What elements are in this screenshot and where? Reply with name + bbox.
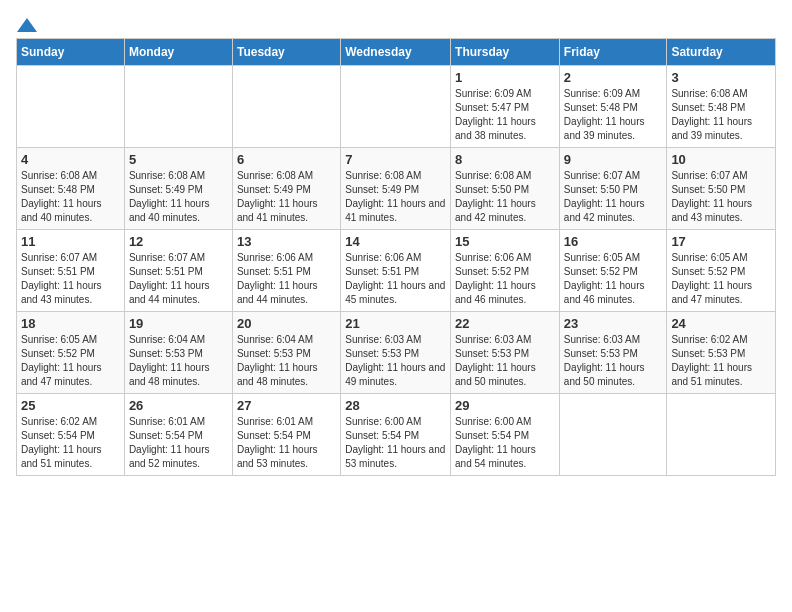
day-number: 21 [345,316,446,331]
day-info: Sunrise: 6:03 AMSunset: 5:53 PMDaylight:… [564,333,663,389]
day-number: 22 [455,316,555,331]
day-info: Sunrise: 6:09 AMSunset: 5:47 PMDaylight:… [455,87,555,143]
day-info: Sunrise: 6:04 AMSunset: 5:53 PMDaylight:… [237,333,336,389]
calendar-cell: 13Sunrise: 6:06 AMSunset: 5:51 PMDayligh… [232,230,340,312]
day-number: 26 [129,398,228,413]
column-header-friday: Friday [559,39,667,66]
day-info: Sunrise: 6:05 AMSunset: 5:52 PMDaylight:… [564,251,663,307]
day-info: Sunrise: 6:07 AMSunset: 5:51 PMDaylight:… [21,251,120,307]
day-info: Sunrise: 6:06 AMSunset: 5:52 PMDaylight:… [455,251,555,307]
calendar-cell: 15Sunrise: 6:06 AMSunset: 5:52 PMDayligh… [451,230,560,312]
day-number: 25 [21,398,120,413]
calendar-cell [124,66,232,148]
day-info: Sunrise: 6:01 AMSunset: 5:54 PMDaylight:… [237,415,336,471]
day-info: Sunrise: 6:08 AMSunset: 5:50 PMDaylight:… [455,169,555,225]
calendar-cell: 19Sunrise: 6:04 AMSunset: 5:53 PMDayligh… [124,312,232,394]
calendar-cell [232,66,340,148]
calendar-cell: 25Sunrise: 6:02 AMSunset: 5:54 PMDayligh… [17,394,125,476]
calendar-cell [559,394,667,476]
calendar-cell: 3Sunrise: 6:08 AMSunset: 5:48 PMDaylight… [667,66,776,148]
calendar-cell: 23Sunrise: 6:03 AMSunset: 5:53 PMDayligh… [559,312,667,394]
column-header-tuesday: Tuesday [232,39,340,66]
day-info: Sunrise: 6:09 AMSunset: 5:48 PMDaylight:… [564,87,663,143]
calendar-cell: 27Sunrise: 6:01 AMSunset: 5:54 PMDayligh… [232,394,340,476]
logo-icon [17,16,37,34]
column-header-sunday: Sunday [17,39,125,66]
day-info: Sunrise: 6:07 AMSunset: 5:51 PMDaylight:… [129,251,228,307]
calendar-cell: 11Sunrise: 6:07 AMSunset: 5:51 PMDayligh… [17,230,125,312]
calendar-cell: 1Sunrise: 6:09 AMSunset: 5:47 PMDaylight… [451,66,560,148]
day-number: 20 [237,316,336,331]
calendar-table: SundayMondayTuesdayWednesdayThursdayFrid… [16,38,776,476]
day-info: Sunrise: 6:00 AMSunset: 5:54 PMDaylight:… [345,415,446,471]
day-info: Sunrise: 6:08 AMSunset: 5:49 PMDaylight:… [345,169,446,225]
calendar-cell: 24Sunrise: 6:02 AMSunset: 5:53 PMDayligh… [667,312,776,394]
day-number: 16 [564,234,663,249]
calendar-cell: 7Sunrise: 6:08 AMSunset: 5:49 PMDaylight… [341,148,451,230]
day-info: Sunrise: 6:05 AMSunset: 5:52 PMDaylight:… [671,251,771,307]
day-info: Sunrise: 6:02 AMSunset: 5:53 PMDaylight:… [671,333,771,389]
calendar-cell: 8Sunrise: 6:08 AMSunset: 5:50 PMDaylight… [451,148,560,230]
day-number: 29 [455,398,555,413]
calendar-cell: 14Sunrise: 6:06 AMSunset: 5:51 PMDayligh… [341,230,451,312]
calendar-cell: 17Sunrise: 6:05 AMSunset: 5:52 PMDayligh… [667,230,776,312]
day-number: 12 [129,234,228,249]
calendar-cell: 6Sunrise: 6:08 AMSunset: 5:49 PMDaylight… [232,148,340,230]
calendar-cell: 21Sunrise: 6:03 AMSunset: 5:53 PMDayligh… [341,312,451,394]
calendar-cell: 12Sunrise: 6:07 AMSunset: 5:51 PMDayligh… [124,230,232,312]
day-number: 8 [455,152,555,167]
day-number: 28 [345,398,446,413]
day-number: 1 [455,70,555,85]
calendar-cell: 2Sunrise: 6:09 AMSunset: 5:48 PMDaylight… [559,66,667,148]
day-info: Sunrise: 6:06 AMSunset: 5:51 PMDaylight:… [345,251,446,307]
day-number: 13 [237,234,336,249]
calendar-cell [17,66,125,148]
day-number: 2 [564,70,663,85]
calendar-cell: 10Sunrise: 6:07 AMSunset: 5:50 PMDayligh… [667,148,776,230]
column-header-saturday: Saturday [667,39,776,66]
day-number: 7 [345,152,446,167]
column-header-monday: Monday [124,39,232,66]
day-number: 24 [671,316,771,331]
day-number: 4 [21,152,120,167]
day-info: Sunrise: 6:06 AMSunset: 5:51 PMDaylight:… [237,251,336,307]
day-number: 5 [129,152,228,167]
calendar-week-4: 18Sunrise: 6:05 AMSunset: 5:52 PMDayligh… [17,312,776,394]
day-number: 15 [455,234,555,249]
column-header-wednesday: Wednesday [341,39,451,66]
day-info: Sunrise: 6:08 AMSunset: 5:48 PMDaylight:… [21,169,120,225]
day-number: 18 [21,316,120,331]
day-info: Sunrise: 6:05 AMSunset: 5:52 PMDaylight:… [21,333,120,389]
calendar-week-1: 1Sunrise: 6:09 AMSunset: 5:47 PMDaylight… [17,66,776,148]
day-info: Sunrise: 6:02 AMSunset: 5:54 PMDaylight:… [21,415,120,471]
day-number: 10 [671,152,771,167]
calendar-header-row: SundayMondayTuesdayWednesdayThursdayFrid… [17,39,776,66]
day-info: Sunrise: 6:07 AMSunset: 5:50 PMDaylight:… [671,169,771,225]
day-info: Sunrise: 6:03 AMSunset: 5:53 PMDaylight:… [345,333,446,389]
calendar-cell: 16Sunrise: 6:05 AMSunset: 5:52 PMDayligh… [559,230,667,312]
day-info: Sunrise: 6:08 AMSunset: 5:48 PMDaylight:… [671,87,771,143]
calendar-week-2: 4Sunrise: 6:08 AMSunset: 5:48 PMDaylight… [17,148,776,230]
header [16,16,776,30]
calendar-cell: 18Sunrise: 6:05 AMSunset: 5:52 PMDayligh… [17,312,125,394]
day-number: 19 [129,316,228,331]
day-number: 17 [671,234,771,249]
calendar-cell: 20Sunrise: 6:04 AMSunset: 5:53 PMDayligh… [232,312,340,394]
svg-marker-0 [17,18,37,32]
day-number: 6 [237,152,336,167]
calendar-cell: 28Sunrise: 6:00 AMSunset: 5:54 PMDayligh… [341,394,451,476]
column-header-thursday: Thursday [451,39,560,66]
day-number: 3 [671,70,771,85]
day-info: Sunrise: 6:01 AMSunset: 5:54 PMDaylight:… [129,415,228,471]
day-number: 27 [237,398,336,413]
day-number: 23 [564,316,663,331]
day-info: Sunrise: 6:04 AMSunset: 5:53 PMDaylight:… [129,333,228,389]
logo [16,16,38,30]
calendar-cell [667,394,776,476]
calendar-cell: 26Sunrise: 6:01 AMSunset: 5:54 PMDayligh… [124,394,232,476]
calendar-cell: 4Sunrise: 6:08 AMSunset: 5:48 PMDaylight… [17,148,125,230]
calendar-cell [341,66,451,148]
day-info: Sunrise: 6:03 AMSunset: 5:53 PMDaylight:… [455,333,555,389]
day-number: 11 [21,234,120,249]
day-info: Sunrise: 6:07 AMSunset: 5:50 PMDaylight:… [564,169,663,225]
